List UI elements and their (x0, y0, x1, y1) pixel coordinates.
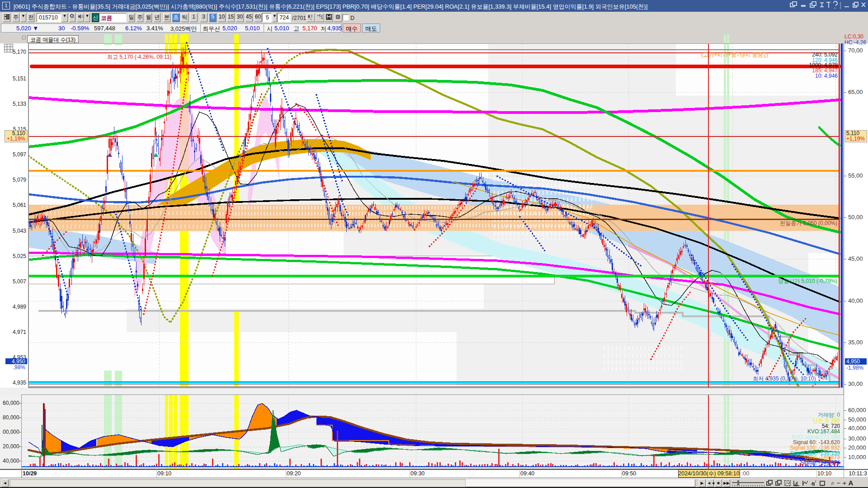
svg-text:20,000: 20,000 (3, 443, 19, 450)
svg-text:HC:-4,26: HC:-4,26 (844, 39, 866, 46)
svg-text:50,000: 50,000 (848, 416, 866, 423)
svg-text:+1,19%: +1,19% (846, 136, 865, 142)
svg-text:Signal: -149,676: Signal: -149,676 (801, 460, 840, 466)
svg-text:80,000: 80,000 (3, 414, 19, 421)
svg-text:09:20: 09:20 (287, 470, 301, 477)
svg-text:55,00: 55,00 (848, 172, 863, 179)
svg-text:4,950: 4,950 (846, 358, 860, 365)
svg-text:09:10: 09:10 (157, 470, 171, 477)
svg-text:30,00: 30,00 (848, 380, 863, 387)
svg-text:-1,98%: -1,98% (846, 365, 863, 371)
svg-text:40,000: 40,000 (848, 425, 866, 432)
svg-text:4,950: 4,950 (12, 358, 25, 365)
svg-text:35,00: 35,00 (848, 339, 863, 346)
svg-text:4,935: 4,935 (13, 380, 26, 386)
svg-text:70,00: 70,00 (848, 47, 863, 54)
svg-text:10,000: 10,000 (848, 454, 866, 460)
svg-text:20,000: 20,000 (848, 444, 866, 451)
svg-text:5,170: 5,170 (13, 49, 26, 55)
svg-text:40,00: 40,00 (848, 297, 863, 304)
svg-text:거래량: 0: 거래량: 0 (818, 412, 840, 418)
svg-text:전일종가 5,050 (0,00%): 전일종가 5,050 (0,00%) (780, 220, 837, 226)
svg-text:최고 5,170 (-4,26%, 09:11): 최고 5,170 (-4,26%, 09:11) (107, 54, 172, 60)
svg-text:65,00: 65,00 (848, 89, 863, 95)
svg-text:45,00: 45,00 (848, 255, 863, 262)
svg-text:LC:0,30: LC:0,30 (844, 33, 863, 40)
svg-text:10: 4,946: 10: 4,946 (815, 73, 838, 79)
svg-text:2024/10/30(수) 09:58:10: 2024/10/30(수) 09:58:10 (678, 470, 740, 477)
svg-text:40,000: 40,000 (3, 458, 19, 464)
svg-text:50,00: 50,00 (848, 214, 863, 221)
svg-text:10:11:3: 10:11:3 (849, 470, 867, 477)
svg-text:5,097: 5,097 (13, 151, 26, 158)
svg-text:10:10: 10:10 (817, 470, 831, 477)
svg-text:(고가+시가+종가)/시 종중간: (고가+시가+종가)/시 종중간 (701, 52, 769, 58)
svg-text:5,043: 5,043 (13, 228, 26, 234)
svg-text:+1,19%: +1,19% (7, 136, 25, 142)
svg-text:4,989: 4,989 (13, 304, 26, 310)
svg-text:최저 4,935 (0,30%, 10:10): 최저 4,935 (0,30%, 10:10) (753, 375, 816, 382)
svg-text:5,025: 5,025 (13, 253, 26, 259)
svg-text:4,971: 4,971 (13, 329, 26, 335)
svg-text:09:40: 09:40 (520, 470, 534, 477)
svg-text:5,133: 5,133 (13, 101, 26, 107)
svg-text:5,007: 5,007 (13, 278, 26, 285)
svg-text:60,000: 60,000 (3, 400, 19, 406)
svg-text:10/29: 10/29 (23, 470, 37, 477)
svg-text:5,061: 5,061 (13, 202, 26, 208)
svg-text:60,000: 60,000 (848, 407, 866, 413)
svg-text:,98%: ,98% (13, 364, 26, 371)
svg-text:00,000: 00,000 (3, 429, 19, 435)
svg-text:30,000: 30,000 (848, 435, 866, 442)
svg-text:당일시가 5,010 (-0,79%): 당일시가 5,010 (-0,79%) (778, 278, 837, 284)
svg-text:09:30: 09:30 (410, 470, 425, 477)
svg-text:5,079: 5,079 (13, 177, 26, 183)
svg-text::00: :00 (741, 470, 749, 477)
svg-text:5,151: 5,151 (13, 75, 26, 82)
svg-text:09:50: 09:50 (622, 470, 636, 477)
